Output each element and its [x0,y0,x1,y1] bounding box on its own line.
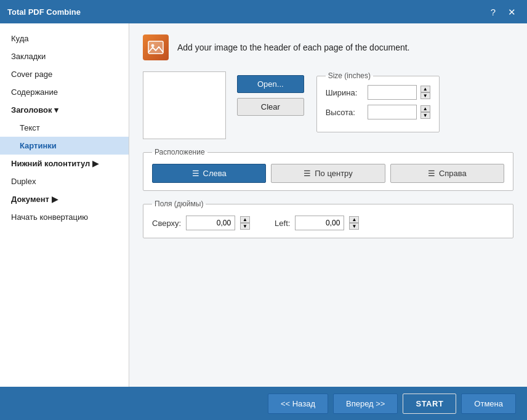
help-button[interactable]: ? [487,6,499,18]
top-field-row: Сверху: ▲ ▼ [152,216,250,230]
top-label: Сверху: [152,219,181,228]
layout-buttons: ☰ Слева ☰ По центру ☰ Справа [152,164,504,183]
top-spinner: ▲ ▼ [240,216,250,230]
fields-group: Поля (дюймы) Сверху: ▲ ▼ Left: [143,200,513,238]
width-up-btn[interactable]: ▲ [420,86,430,92]
image-section: Open... Clear [143,71,304,139]
sidebar-item-text[interactable]: Текст [0,119,129,137]
start-button[interactable]: START [403,394,456,414]
bottombar: << Назад Вперед >> START Отмена [0,387,527,420]
sidebar-item-start[interactable]: Начать конвертацию [0,208,129,226]
width-spinner: ▲ ▼ [420,86,430,99]
left-spinner: ▲ ▼ [349,216,359,230]
align-right-icon: ☰ [428,169,435,178]
svg-rect-0 [148,41,163,54]
image-controls: Open... Clear [237,75,304,116]
sidebar-item-kuda[interactable]: Куда [0,30,129,47]
layout-left-button[interactable]: ☰ Слева [152,164,266,183]
header-info: Add your image to the header of each pag… [143,34,513,63]
height-down-btn[interactable]: ▼ [420,112,430,119]
forward-button[interactable]: Вперед >> [333,394,398,414]
sidebar: Куда Закладки Cover page Содержание Заго… [0,23,129,387]
clear-button[interactable]: Clear [237,98,304,116]
back-button[interactable]: << Назад [268,394,328,414]
height-spinner: ▲ ▼ [420,105,430,119]
main-window: Total PDF Combine ? ✕ Куда Закладки Cove… [0,0,527,420]
layout-center-button[interactable]: ☰ По центру [271,164,385,183]
open-button[interactable]: Open... [237,75,304,93]
svg-point-1 [151,44,155,47]
sidebar-item-content[interactable]: Содержание [0,83,129,101]
close-button[interactable]: ✕ [504,6,520,18]
top-down-btn[interactable]: ▼ [240,223,250,230]
width-input[interactable] [368,85,417,100]
align-left-icon: ☰ [192,169,199,178]
sidebar-item-bookmarks[interactable]: Закладки [0,47,129,65]
image-icon [147,39,164,56]
top-up-btn[interactable]: ▲ [240,216,250,223]
size-group: Size (inches) Ширина: ▲ ▼ Высота: ▲ [316,71,440,132]
cancel-button[interactable]: Отмена [461,394,516,414]
fields-group-label: Поля (дюймы) [152,200,206,208]
top-input[interactable] [186,216,235,230]
header-description: Add your image to the header of each pag… [177,42,409,52]
left-up-btn[interactable]: ▲ [349,216,359,223]
sidebar-item-kartinki[interactable]: Картинки [0,137,129,155]
sidebar-item-footer[interactable]: Нижний колонтитул ▶ [0,155,129,172]
layout-right-label: Справа [439,169,467,178]
image-size-row: Open... Clear Size (inches) Ширина: ▲ ▼ [143,71,513,139]
sidebar-item-document[interactable]: Документ ▶ [0,190,129,208]
left-input[interactable] [295,216,344,230]
sidebar-item-cover[interactable]: Cover page [0,65,129,83]
left-down-btn[interactable]: ▼ [349,223,359,230]
window-title: Total PDF Combine [7,7,487,17]
size-group-label: Size (inches) [326,71,373,80]
layout-group-label: Расположение [152,148,207,156]
width-row: Ширина: ▲ ▼ [326,85,430,100]
sidebar-item-header[interactable]: Заголовок ▾ [0,101,129,119]
image-header-icon [143,34,169,60]
height-row: Высота: ▲ ▼ [326,105,430,119]
main-content: Куда Закладки Cover page Содержание Заго… [0,23,527,387]
fields-section: Сверху: ▲ ▼ Left: ▲ ▼ [152,216,504,230]
layout-right-button[interactable]: ☰ Справа [390,164,504,183]
height-input[interactable] [368,105,417,119]
layout-group: Расположение ☰ Слева ☰ По центру ☰ Справ… [143,148,513,191]
image-preview-box [143,71,226,139]
width-label: Ширина: [326,88,363,97]
titlebar: Total PDF Combine ? ✕ [0,0,527,23]
left-label: Left: [275,219,290,228]
width-down-btn[interactable]: ▼ [420,92,430,99]
height-label: Высота: [326,108,363,117]
layout-center-label: По центру [315,169,352,178]
layout-left-label: Слева [203,169,227,178]
titlebar-controls: ? ✕ [487,6,520,18]
left-field-row: Left: ▲ ▼ [275,216,359,230]
align-center-icon: ☰ [304,169,311,178]
content-area: Add your image to the header of each pag… [129,23,527,387]
sidebar-item-duplex[interactable]: Duplex [0,172,129,190]
height-up-btn[interactable]: ▲ [420,105,430,112]
